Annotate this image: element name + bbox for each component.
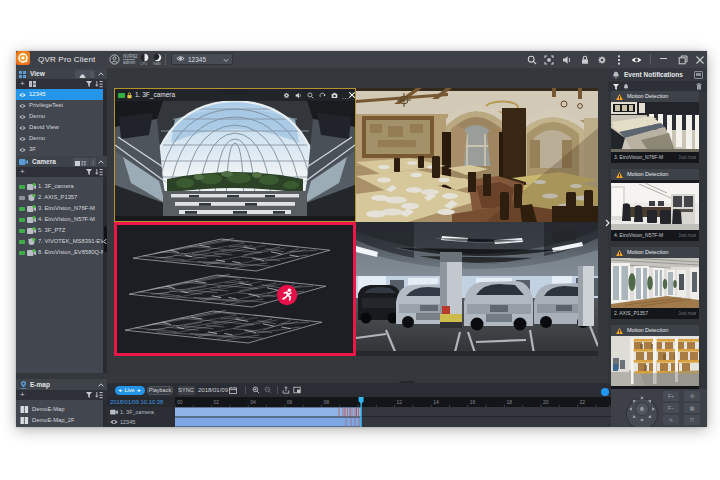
svg-text:22: 22 — [580, 399, 586, 405]
svg-text:14: 14 — [433, 399, 439, 405]
svg-text:18: 18 — [506, 399, 512, 405]
svg-text:02: 02 — [214, 399, 220, 405]
svg-text:00: 00 — [177, 399, 183, 405]
svg-text:04: 04 — [250, 399, 256, 405]
svg-text:20: 20 — [543, 399, 549, 405]
svg-text:16: 16 — [470, 399, 476, 405]
svg-text:06: 06 — [287, 399, 293, 405]
svg-text:12: 12 — [397, 399, 403, 405]
svg-text:08: 08 — [323, 399, 329, 405]
